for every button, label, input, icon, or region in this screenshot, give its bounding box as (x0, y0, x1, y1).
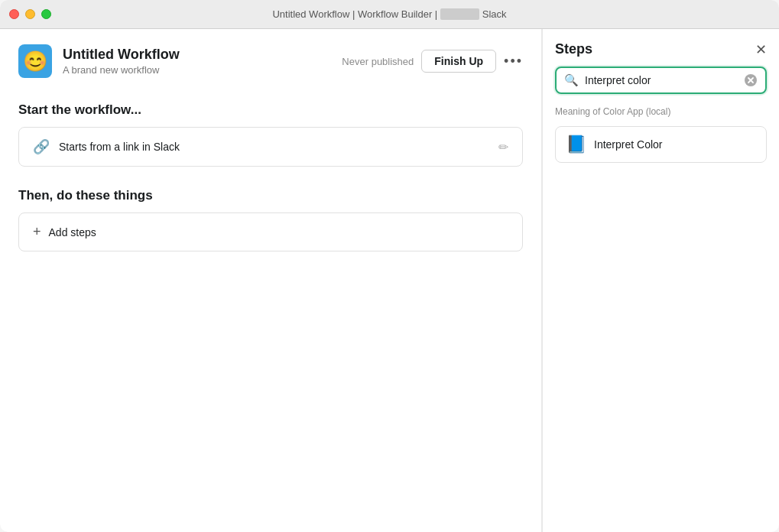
steps-panel: Steps ✕ 🔍 Meaning of Color App (local) 📘… (542, 29, 779, 532)
more-options-button[interactable]: ••• (504, 54, 523, 70)
avatar-emoji: 😊 (23, 50, 47, 73)
steps-header: Steps ✕ (555, 41, 767, 57)
steps-search-box[interactable]: 🔍 (555, 66, 767, 94)
steps-title: Steps (555, 41, 592, 57)
workflow-subtitle: A brand new workflow (63, 64, 180, 76)
trigger-card[interactable]: 🔗 Starts from a link in Slack ✏ (18, 127, 523, 167)
close-steps-button[interactable]: ✕ (755, 43, 767, 57)
maximize-window-btn[interactable] (41, 9, 51, 19)
search-icon: 🔍 (564, 73, 579, 87)
workflow-info: 😊 Untitled Workflow A brand new workflow (18, 44, 180, 78)
trigger-label: Starts from a link in Slack (59, 141, 180, 153)
results-section-label: Meaning of Color App (local) (555, 106, 767, 117)
minimize-window-btn[interactable] (25, 9, 35, 19)
publish-status: Never published (342, 56, 414, 67)
workflow-actions: Never published Finish Up ••• (342, 50, 523, 73)
result-icon-interpret-color: 📘 (565, 135, 586, 154)
window-title: Untitled Workflow | Workflow Builder | S… (272, 8, 506, 20)
close-window-btn[interactable] (9, 9, 19, 19)
result-label-interpret-color: Interpret Color (594, 138, 662, 151)
add-steps-label: Add steps (49, 226, 96, 238)
titlebar-blurred (440, 8, 479, 20)
result-item-interpret-color[interactable]: 📘 Interpret Color (555, 126, 767, 163)
app-body: 😊 Untitled Workflow A brand new workflow… (0, 29, 779, 532)
trigger-card-left: 🔗 Starts from a link in Slack (33, 138, 180, 155)
titlebar: Untitled Workflow | Workflow Builder | S… (0, 0, 779, 29)
then-section-heading: Then, do these things (18, 188, 523, 203)
left-panel: 😊 Untitled Workflow A brand new workflow… (0, 29, 542, 532)
workflow-title: Untitled Workflow (63, 47, 180, 63)
edit-icon[interactable]: ✏ (498, 140, 508, 154)
steps-search-input[interactable] (585, 74, 738, 86)
titlebar-text: Untitled Workflow | Workflow Builder | (272, 8, 440, 20)
finish-up-button[interactable]: Finish Up (421, 50, 496, 73)
window-controls[interactable] (9, 9, 51, 19)
workflow-text: Untitled Workflow A brand new workflow (63, 47, 180, 76)
search-clear-button[interactable] (744, 73, 758, 87)
workflow-header: 😊 Untitled Workflow A brand new workflow… (18, 44, 523, 78)
link-icon: 🔗 (33, 138, 50, 155)
add-steps-card[interactable]: + Add steps (18, 212, 523, 251)
start-section-heading: Start the workflow... (18, 102, 523, 118)
workflow-avatar: 😊 (18, 44, 52, 78)
plus-icon: + (33, 224, 41, 240)
titlebar-app: Slack (479, 8, 506, 20)
